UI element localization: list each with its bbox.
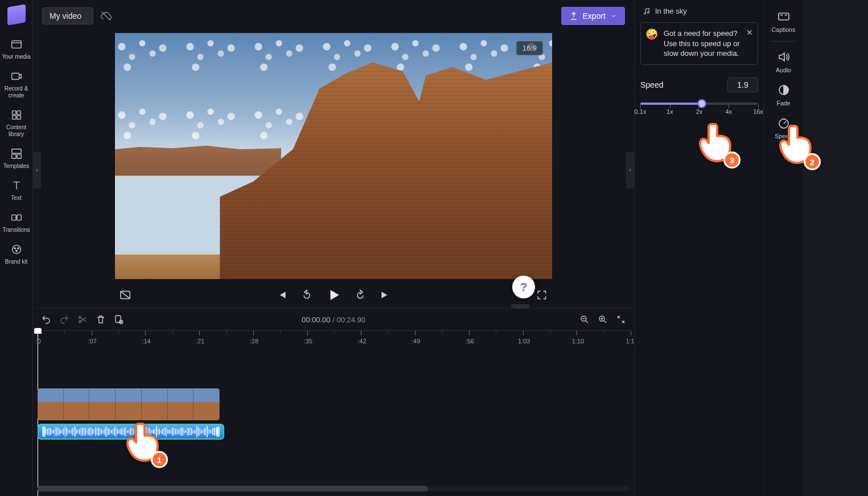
properties-panel: In the sky 🤪 Got a need for speed? Use t… — [634, 0, 764, 496]
svg-rect-7 — [11, 154, 15, 158]
delete-button[interactable] — [96, 314, 106, 325]
tip-card: 🤪 Got a need for speed? Use this to spee… — [640, 22, 758, 65]
svg-rect-0 — [11, 41, 21, 48]
templates-icon — [10, 147, 23, 161]
right-rail: Captions Audio Fade Speed — [764, 0, 803, 496]
timeline-toolbar: 00:00.00 / 00:24.90 — [33, 309, 634, 330]
svg-rect-10 — [17, 215, 20, 220]
rail-speed[interactable]: Speed — [764, 111, 803, 144]
nav-templates[interactable]: Templates — [0, 144, 32, 175]
window-deadspace — [803, 0, 868, 496]
music-icon — [643, 7, 651, 15]
text-icon — [10, 179, 23, 192]
nav-label: Brand kit — [5, 259, 27, 265]
media-icon — [10, 38, 23, 51]
tip-text: Got a need for speed? Use this to speed … — [664, 29, 740, 58]
nav-transitions[interactable]: Transitions — [0, 207, 32, 239]
svg-rect-1 — [11, 73, 19, 80]
prev-frame-button[interactable] — [275, 288, 289, 302]
nav-text[interactable]: Text — [0, 175, 32, 207]
app-logo-icon — [7, 4, 26, 26]
split-button[interactable] — [77, 314, 88, 325]
fade-icon — [776, 83, 791, 97]
zoom-in-button[interactable] — [598, 314, 608, 325]
nav-your-media[interactable]: Your media — [0, 34, 32, 66]
nav-label: Your media — [2, 54, 30, 60]
playback-bar — [115, 282, 552, 308]
svg-point-11 — [12, 245, 20, 254]
rewind-button[interactable] — [300, 288, 314, 302]
export-label: Export — [583, 11, 606, 21]
audio-clip[interactable] — [38, 424, 224, 440]
library-icon — [10, 108, 23, 122]
nav-label: Record & create — [0, 85, 32, 99]
svg-rect-8 — [17, 154, 20, 158]
fit-timeline-button[interactable] — [616, 314, 626, 325]
top-bar: Export — [33, 0, 634, 32]
speed-label: Speed — [640, 80, 663, 89]
nav-content-library[interactable]: Content library — [0, 105, 32, 144]
timeline-ruler[interactable]: :0:07:14:21:28:35:42:49:561:031:101:17 — [38, 330, 631, 347]
rail-label: Captions — [772, 26, 795, 33]
expand-right-handle[interactable] — [626, 152, 634, 188]
rail-label: Fade — [777, 100, 791, 106]
aspect-ratio-button[interactable]: 16:9 — [516, 41, 543, 55]
nav-label: Templates — [3, 163, 30, 170]
chevron-down-icon — [610, 13, 617, 19]
nav-brand-kit[interactable]: Brand kit — [0, 239, 32, 271]
nav-record-create[interactable]: Record & create — [0, 66, 32, 105]
tip-close-button[interactable]: ✕ — [746, 27, 753, 38]
captions-icon — [776, 9, 791, 24]
track-name-label: In the sky — [655, 7, 687, 15]
svg-point-14 — [15, 251, 17, 252]
svg-rect-2 — [12, 111, 15, 114]
speed-icon — [776, 116, 791, 130]
undo-button[interactable] — [41, 314, 51, 325]
rail-audio[interactable]: Audio — [764, 45, 803, 78]
zoom-out-button[interactable] — [579, 314, 590, 325]
tip-emoji-icon: 🤪 — [645, 27, 658, 41]
transitions-icon — [10, 211, 23, 224]
speed-slider-thumb[interactable] — [697, 99, 706, 108]
rail-fade[interactable]: Fade — [764, 78, 803, 111]
speed-slider[interactable]: 0.1x1x2x4x16x — [640, 98, 758, 121]
rail-captions[interactable]: Captions — [764, 5, 803, 38]
rail-label: Audio — [776, 67, 791, 73]
svg-point-13 — [17, 248, 18, 249]
speed-value-input[interactable] — [727, 77, 758, 92]
timeline-scroll-thumb[interactable] — [38, 486, 428, 491]
safe-zone-toggle-icon[interactable] — [118, 288, 132, 302]
svg-rect-3 — [17, 111, 20, 114]
svg-rect-4 — [12, 116, 15, 119]
project-title-input[interactable] — [42, 7, 93, 24]
time-sep: / — [331, 315, 337, 324]
redo-button[interactable] — [59, 314, 69, 325]
audio-track-name: In the sky — [643, 7, 758, 15]
video-clip[interactable] — [38, 388, 220, 420]
svg-point-22 — [644, 13, 646, 14]
nav-label: Content library — [0, 124, 32, 138]
help-button[interactable]: ? — [512, 276, 535, 298]
aspect-label: 16:9 — [523, 44, 537, 52]
export-button[interactable]: Export — [561, 7, 625, 25]
fullscreen-button[interactable] — [535, 288, 549, 302]
play-button[interactable] — [325, 286, 342, 304]
svg-rect-9 — [11, 215, 15, 220]
svg-rect-5 — [17, 116, 20, 119]
cloud-sync-off-icon[interactable] — [100, 10, 112, 22]
timeline-panel: 00:00.00 / 00:24.90 :0:07:14:21:28:35:42… — [33, 308, 634, 496]
next-frame-button[interactable] — [379, 288, 392, 302]
brandkit-icon — [10, 243, 23, 256]
add-media-button[interactable] — [114, 314, 124, 325]
timeline-scroll-track[interactable] — [38, 486, 630, 491]
time-current: 00:00.00 — [302, 315, 331, 324]
expand-left-handle[interactable] — [33, 152, 41, 188]
svg-point-12 — [14, 248, 15, 249]
record-icon — [10, 69, 23, 83]
rail-label: Speed — [775, 133, 792, 140]
upload-icon — [569, 11, 578, 21]
forward-button[interactable] — [353, 288, 367, 302]
audio-icon — [776, 50, 791, 64]
preview-canvas — [115, 33, 552, 279]
nav-label: Transitions — [2, 227, 30, 233]
